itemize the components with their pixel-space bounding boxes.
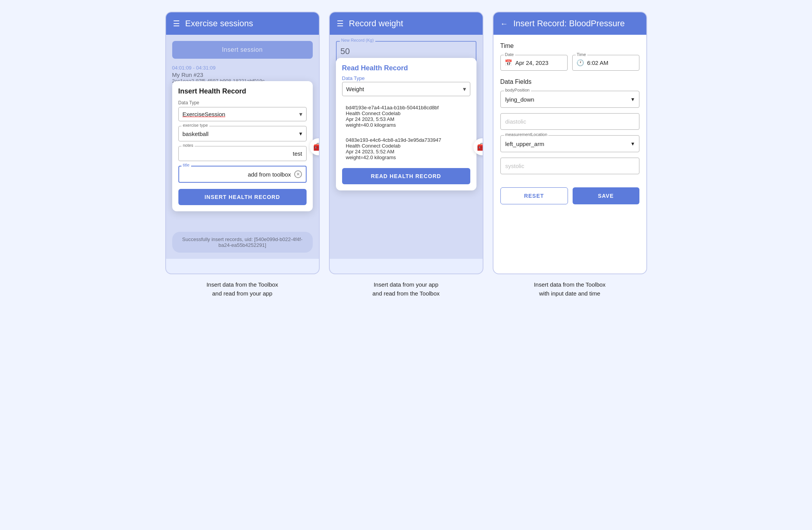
body-position-wrapper: bodyPosition lying_down ▾ (500, 91, 639, 108)
exercise-type-field[interactable]: basketball ▾ (178, 126, 307, 141)
measurement-location-label: measurementLocation (504, 132, 549, 137)
rhr-dropdown-arrow-icon: ▾ (463, 85, 466, 93)
screen2-phone: ☰ Record weight New Record (Kg) 50 Add P… (329, 12, 483, 274)
meas-source-2: Health Connect Codelab (346, 143, 466, 149)
menu-icon-2[interactable]: ☰ (337, 19, 344, 28)
insert-health-record-modal-overlay: Insert Health Record Data Type ExerciseS… (166, 35, 319, 259)
read-health-record-modal-overlay: Read Health Record Data Type Weight ▾ bd… (330, 35, 483, 259)
meas-id-1: bd4f193e-e7a4-41aa-b1bb-50441b8cd8bf (346, 105, 466, 110)
rhr-data-type-value: Weight (346, 86, 364, 92)
data-type-value: ExerciseSession (183, 111, 225, 117)
rhr-data-type-select[interactable]: Weight ▾ (342, 82, 470, 96)
systolic-placeholder: systolic (505, 163, 524, 169)
screen2-wrapper: ☰ Record weight New Record (Kg) 50 Add P… (329, 12, 483, 298)
time-label: Time (576, 52, 587, 57)
notes-field[interactable]: test (178, 146, 307, 161)
screen3-body: Time Date 📅 Apr 24, 2023 Time (493, 35, 646, 187)
date-field[interactable]: Date 📅 Apr 24, 2023 (500, 55, 568, 71)
measurement-location-value: left_upper_arm (505, 141, 544, 147)
time-section-label: Time (500, 42, 639, 49)
bottom-buttons: RESET SAVE (493, 187, 646, 211)
exercise-type-arrow-icon: ▾ (299, 130, 302, 137)
screen1-title: Exercise sessions (185, 19, 253, 29)
toolbox-icon-2: 🧰 (477, 142, 483, 151)
screen1-body: Insert session 04:01:09 - 04:31:09 My Ru… (166, 35, 319, 259)
time-field[interactable]: Time 🕐 6:02 AM (572, 55, 639, 71)
notes-value: test (293, 150, 302, 157)
screen2-body: New Record (Kg) 50 Add Previous Measurem… (330, 35, 483, 259)
body-position-arrow-icon: ▾ (631, 96, 634, 103)
systolic-field[interactable]: systolic (500, 158, 639, 174)
exercise-type-label: exercise type (181, 123, 210, 127)
meas-date-2: Apr 24 2023, 5:52 AM (346, 149, 466, 155)
calendar-icon: 📅 (505, 59, 512, 66)
clock-icon: 🕐 (576, 59, 584, 66)
screen3-wrapper: ← Insert Record: BloodPressure Time Date… (493, 12, 647, 298)
screen1-header: ☰ Exercise sessions (166, 12, 319, 35)
title-value: add from toolbox (248, 171, 291, 178)
date-time-row: Date 📅 Apr 24, 2023 Time 🕐 6:02 AM (500, 55, 639, 71)
meas-value-1: weight=40.0 kilograms (346, 122, 466, 128)
time-content: 🕐 6:02 AM (576, 59, 635, 66)
title-wrapper: title add from toolbox ✕ (178, 166, 307, 183)
meas-value-2: weight=42.0 kilograms (346, 155, 466, 160)
notes-wrapper: notes test (178, 146, 307, 161)
body-position-label: bodyPosition (504, 88, 531, 92)
caption-3: Insert data from the Toolboxwith input d… (534, 280, 606, 298)
meas-source-1: Health Connect Codelab (346, 110, 466, 116)
screen3-header: ← Insert Record: BloodPressure (493, 12, 646, 35)
read-health-record-modal: Read Health Record Data Type Weight ▾ bd… (336, 58, 476, 190)
save-button[interactable]: SAVE (573, 187, 639, 204)
rhr-data-type-label: Data Type (342, 75, 470, 81)
insert-health-record-modal: Insert Health Record Data Type ExerciseS… (172, 81, 313, 211)
screen1-phone: ☰ Exercise sessions Insert session 04:01… (165, 12, 320, 274)
data-fields-label: Data Fields (500, 78, 639, 85)
read-health-record-button[interactable]: READ HEALTH RECORD (342, 168, 470, 184)
screen2-title: Record weight (349, 19, 403, 29)
caption-1: Insert data from the Toolboxand read fro… (207, 280, 278, 298)
diastolic-placeholder: diastolic (505, 118, 526, 125)
exercise-type-value: basketball (183, 131, 209, 137)
date-label: Date (504, 52, 515, 57)
dropdown-arrow-icon: ▾ (299, 110, 302, 118)
modal-title: Insert Health Record (178, 87, 307, 95)
insert-health-record-button[interactable]: INSERT HEALTH RECORD (178, 189, 307, 205)
clear-icon[interactable]: ✕ (294, 170, 302, 178)
measurement-location-field[interactable]: left_upper_arm ▾ (500, 135, 639, 152)
body-position-field[interactable]: lying_down ▾ (500, 91, 639, 108)
meas-date-1: Apr 24 2023, 5:53 AM (346, 116, 466, 122)
menu-icon[interactable]: ☰ (173, 19, 180, 28)
title-label: title (181, 163, 191, 167)
data-type-label: Data Type (178, 100, 307, 105)
reset-button[interactable]: RESET (500, 187, 568, 204)
exercise-type-wrapper: exercise type basketball ▾ (178, 126, 307, 141)
screen3-phone: ← Insert Record: BloodPressure Time Date… (493, 12, 647, 274)
diastolic-field[interactable]: diastolic (500, 113, 639, 130)
data-type-select[interactable]: ExerciseSession ▾ (178, 107, 307, 121)
time-value: 6:02 AM (587, 59, 609, 66)
screen2-header: ☰ Record weight (330, 12, 483, 35)
body-position-value: lying_down (505, 96, 534, 103)
date-value: Apr 24, 2023 (515, 59, 549, 66)
rhr-modal-title: Read Health Record (342, 64, 470, 72)
meas-id-2: 0483e193-e4c6-4cb8-a19d-3e95da733947 (346, 137, 466, 143)
screen3-title: Insert Record: BloodPressure (514, 19, 625, 29)
measurement-item-2: 0483e193-e4c6-4cb8-a19d-3e95da733947 Hea… (342, 134, 470, 163)
date-content: 📅 Apr 24, 2023 (505, 59, 563, 66)
measurement-location-wrapper: measurementLocation left_upper_arm ▾ (500, 135, 639, 152)
measurement-location-arrow-icon: ▾ (631, 140, 634, 147)
screen1-wrapper: ☰ Exercise sessions Insert session 04:01… (165, 12, 320, 298)
measurement-item-1: bd4f193e-e7a4-41aa-b1bb-50441b8cd8bf Hea… (342, 102, 470, 131)
caption-2: Insert data from your appand read from t… (372, 280, 439, 298)
toolbox-icon-1: 🧰 (313, 142, 320, 151)
back-icon[interactable]: ← (500, 19, 508, 28)
notes-label: notes (181, 143, 195, 148)
title-field[interactable]: add from toolbox ✕ (178, 166, 307, 183)
